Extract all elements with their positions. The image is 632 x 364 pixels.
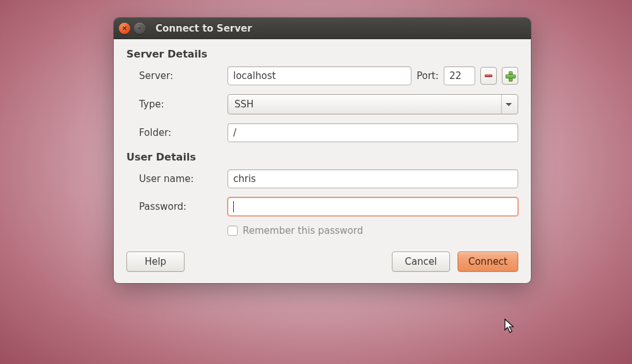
close-icon[interactable]: ×	[119, 23, 130, 34]
type-select[interactable]: SSH	[228, 94, 518, 114]
window-title: Connect to Server	[155, 23, 252, 34]
help-button[interactable]: Help	[126, 252, 185, 272]
label-remember: Remember this password	[243, 225, 363, 236]
section-user-details: User Details	[126, 151, 518, 163]
port-increment-button[interactable]	[502, 67, 518, 85]
plus-icon	[506, 71, 514, 80]
label-folder: Folder:	[126, 127, 228, 138]
titlebar: × – Connect to Server	[114, 18, 531, 39]
password-input[interactable]	[228, 197, 518, 216]
dialog-window: × – Connect to Server Server Details Ser…	[114, 18, 531, 283]
label-username: User name:	[126, 173, 228, 185]
label-port: Port:	[416, 70, 439, 82]
label-type: Type:	[126, 99, 228, 110]
remember-password-checkbox[interactable]	[228, 226, 238, 236]
type-select-value: SSH	[234, 99, 501, 110]
label-server: Server:	[126, 70, 228, 82]
section-server-details: Server Details	[126, 48, 518, 60]
minus-icon	[485, 75, 492, 77]
connect-button[interactable]: Connect	[458, 252, 518, 272]
svg-marker-0	[505, 319, 513, 332]
dialog-content: Server Details Server: Port: Type: SSH F…	[114, 39, 531, 283]
username-input[interactable]	[228, 169, 518, 188]
minimize-icon[interactable]: –	[134, 23, 145, 34]
text-caret	[233, 201, 234, 212]
cancel-button[interactable]: Cancel	[392, 252, 450, 272]
mouse-cursor-icon	[504, 318, 518, 335]
port-decrement-button[interactable]	[480, 67, 497, 85]
label-password: Password:	[126, 201, 228, 212]
chevron-down-icon	[501, 95, 515, 114]
server-input[interactable]	[228, 66, 411, 85]
port-input[interactable]	[444, 66, 475, 85]
folder-input[interactable]	[228, 123, 518, 142]
